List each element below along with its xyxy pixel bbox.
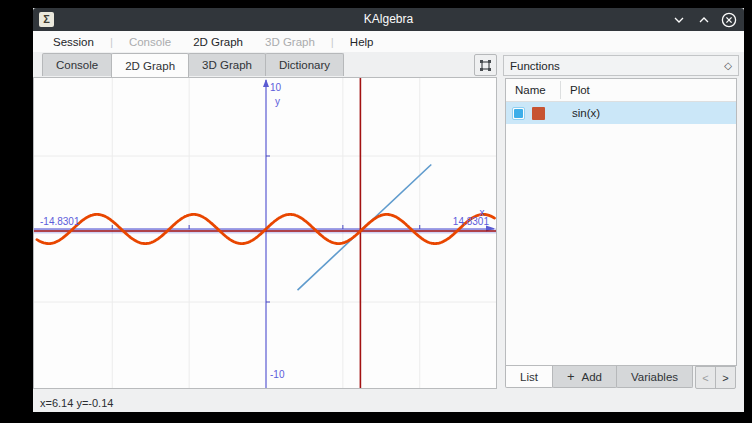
- sin-plot[interactable]: 10y-10-14.830114.8301x: [34, 78, 496, 388]
- kalgebra-window: Σ KAlgebra Session | Console 2D Graph 3D…: [33, 8, 744, 412]
- functions-panel-header[interactable]: Functions ◇: [503, 55, 739, 76]
- fullscreen-icon: [479, 59, 492, 72]
- functions-table: Name Plot sin(x): [505, 78, 737, 366]
- scroll-left-icon[interactable]: <: [696, 367, 715, 388]
- menu-console[interactable]: Console: [118, 36, 182, 48]
- menu-2d-graph[interactable]: 2D Graph: [182, 36, 254, 48]
- menubar: Session | Console 2D Graph 3D Graph | He…: [33, 31, 744, 52]
- menu-3d-graph[interactable]: 3D Graph: [254, 36, 326, 48]
- menu-separator: |: [326, 36, 339, 48]
- close-icon[interactable]: [721, 12, 737, 28]
- statusbar: x=6.14 y=-0.14: [33, 395, 744, 412]
- function-color-swatch[interactable]: [532, 107, 545, 120]
- tab-3d-graph[interactable]: 3D Graph: [188, 53, 266, 76]
- tab-scroll-buttons: < >: [695, 366, 736, 389]
- menu-session[interactable]: Session: [42, 36, 105, 48]
- fullscreen-button[interactable]: [474, 54, 497, 76]
- tab-console[interactable]: Console: [42, 53, 112, 76]
- titlebar[interactable]: Σ KAlgebra: [33, 8, 744, 31]
- maximize-icon[interactable]: [696, 12, 712, 28]
- functions-table-header: Name Plot: [506, 79, 736, 102]
- menu-separator: |: [105, 36, 118, 48]
- tab-dictionary[interactable]: Dictionary: [265, 53, 344, 76]
- main-tabbar: Console 2D Graph 3D Graph Dictionary: [42, 53, 343, 77]
- dock-tabbar: List +Add Variables < >: [505, 366, 736, 389]
- svg-text:x: x: [480, 207, 485, 218]
- minimize-icon[interactable]: [671, 12, 687, 28]
- function-label: sin(x): [572, 107, 600, 119]
- svg-text:y: y: [275, 96, 280, 107]
- tab-variables[interactable]: Variables: [616, 366, 693, 388]
- cursor-coordinates: x=6.14 y=-0.14: [40, 397, 113, 409]
- plus-icon: +: [567, 369, 575, 384]
- svg-text:10: 10: [270, 82, 282, 93]
- scroll-right-icon[interactable]: >: [715, 367, 735, 388]
- plot-canvas[interactable]: 10y-10-14.830114.8301x: [33, 77, 497, 389]
- column-header-name[interactable]: Name: [506, 84, 560, 96]
- svg-text:-14.8301: -14.8301: [40, 216, 80, 227]
- function-visible-checkbox[interactable]: [512, 107, 525, 120]
- tab-2d-graph[interactable]: 2D Graph: [111, 53, 189, 77]
- tab-add[interactable]: +Add: [552, 366, 617, 388]
- tab-list[interactable]: List: [505, 366, 553, 388]
- functions-panel-title: Functions: [510, 60, 560, 72]
- window-title: KAlgebra: [33, 8, 744, 31]
- svg-text:-10: -10: [270, 369, 285, 380]
- float-panel-icon[interactable]: ◇: [724, 60, 732, 71]
- function-row-sinx[interactable]: sin(x): [506, 102, 736, 124]
- menu-help[interactable]: Help: [339, 36, 385, 48]
- column-header-plot[interactable]: Plot: [561, 84, 590, 96]
